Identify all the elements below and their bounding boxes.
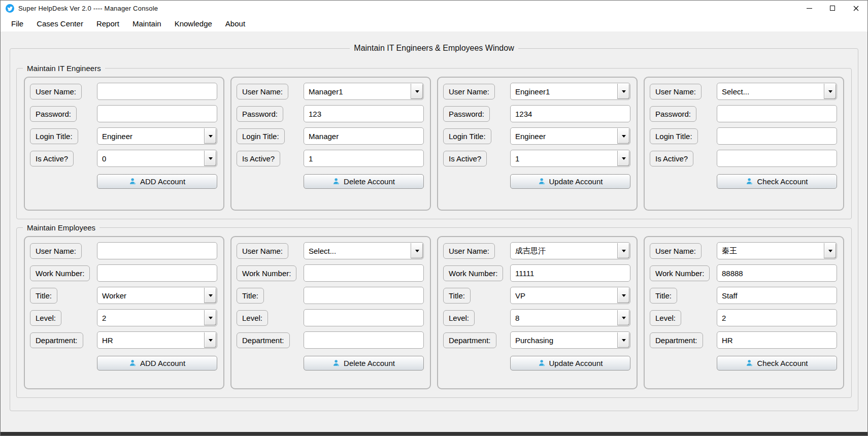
username-label: User Name:: [443, 84, 495, 99]
menu-file[interactable]: File: [5, 17, 30, 30]
engineers-delete-is-active-input[interactable]: [304, 150, 424, 167]
engineers-check-is-active-input[interactable]: [717, 150, 837, 167]
person-icon: [538, 359, 546, 367]
engineers-add-password-input[interactable]: [97, 105, 217, 122]
employees-add-title-combobox[interactable]: Worker: [97, 287, 217, 304]
chevron-down-icon[interactable]: [617, 288, 629, 303]
employees-delete-title-input[interactable]: [304, 287, 424, 304]
chevron-down-icon[interactable]: [824, 243, 836, 258]
username-label: User Name:: [237, 243, 288, 259]
menu-about[interactable]: About: [219, 17, 252, 30]
title-label: Title:: [30, 288, 57, 304]
work-number-label: Work Number:: [650, 265, 710, 281]
engineers-update-login-title-combobox[interactable]: Engineer: [510, 127, 630, 145]
maximize-button[interactable]: [821, 1, 844, 16]
employees-add-account-button[interactable]: ADD Account: [97, 356, 217, 371]
employees-check-title-input[interactable]: [717, 287, 837, 304]
employees-update-department-combobox[interactable]: Purchasing: [510, 331, 630, 349]
engineers-update-username-combobox[interactable]: Engineer1: [510, 83, 630, 100]
chevron-down-icon[interactable]: [617, 243, 629, 258]
employees-group-title: Maintain Employees: [23, 223, 99, 232]
chevron-down-icon[interactable]: [204, 332, 216, 348]
engineers-check-login-title-input[interactable]: [717, 127, 837, 145]
employees-delete-account-button[interactable]: Delete Account: [304, 356, 424, 371]
app-window: Super HelpDesk Ver 2.0 ---- Manager Cons…: [0, 0, 868, 436]
engineers-delete-login-title-input[interactable]: [304, 127, 424, 145]
employees-add-username-input[interactable]: [97, 242, 217, 259]
employees-update-level-combobox[interactable]: 8: [510, 309, 630, 326]
employees-add-level-combobox[interactable]: 2: [97, 309, 217, 326]
chevron-down-icon[interactable]: [204, 151, 216, 166]
is-active-label: Is Active?: [30, 151, 74, 166]
chevron-down-icon[interactable]: [617, 310, 629, 325]
work-number-label: Work Number:: [30, 265, 90, 281]
engineers-check-account-button[interactable]: Check Account: [717, 174, 837, 189]
chevron-down-icon[interactable]: [617, 151, 629, 166]
engineers-add-account-button[interactable]: ADD Account: [97, 174, 217, 189]
engineers-update-account-button[interactable]: Update Account: [510, 174, 630, 189]
menu-maintain[interactable]: Maintain: [126, 17, 168, 30]
person-icon: [746, 359, 753, 367]
minimize-icon: [807, 8, 812, 9]
menu-report[interactable]: Report: [90, 17, 126, 30]
employees-delete-username-combobox[interactable]: Select...: [304, 242, 424, 259]
level-label: Level:: [30, 310, 61, 326]
employees-update-title-combobox[interactable]: VP: [510, 287, 630, 304]
engineers-add-panel: User Name: Password: Login Title: Engine…: [24, 77, 224, 211]
department-label: Department:: [30, 332, 83, 348]
engineers-add-is-active-combobox[interactable]: 0: [97, 150, 217, 167]
menu-cases-center[interactable]: Cases Center: [30, 17, 90, 30]
person-icon: [332, 178, 340, 185]
title-bar: Super HelpDesk Ver 2.0 ---- Manager Cons…: [1, 1, 867, 16]
engineers-update-password-input[interactable]: [510, 105, 630, 122]
person-icon: [746, 178, 753, 185]
employees-check-username-combobox[interactable]: 秦王: [717, 242, 837, 259]
employees-delete-work-number-input[interactable]: [304, 264, 424, 282]
engineers-check-password-input[interactable]: [717, 105, 837, 122]
employees-add-work-number-input[interactable]: [97, 264, 217, 282]
title-label: Title:: [443, 288, 471, 304]
page-title: Maintain IT Engineers & Employees Window: [350, 44, 518, 53]
employees-update-username-combobox[interactable]: 成吉思汗: [510, 242, 630, 259]
employees-delete-level-input[interactable]: [304, 309, 424, 326]
chevron-down-icon[interactable]: [617, 128, 629, 144]
employees-add-department-combobox[interactable]: HR: [97, 331, 217, 349]
engineers-delete-password-input[interactable]: [304, 105, 424, 122]
chevron-down-icon[interactable]: [411, 243, 423, 258]
engineers-update-is-active-combobox[interactable]: 1: [510, 150, 630, 167]
chevron-down-icon[interactable]: [204, 128, 216, 144]
is-active-label: Is Active?: [443, 151, 487, 166]
login-title-label: Login Title:: [237, 128, 285, 144]
chevron-down-icon[interactable]: [411, 84, 423, 99]
menu-knowledge[interactable]: Knowledge: [168, 17, 219, 30]
chevron-down-icon[interactable]: [617, 332, 629, 348]
minimize-button[interactable]: [797, 1, 821, 16]
chevron-down-icon[interactable]: [204, 288, 216, 303]
username-label: User Name:: [237, 84, 288, 99]
employees-check-department-input[interactable]: [717, 331, 837, 349]
close-button[interactable]: [844, 1, 867, 16]
engineers-delete-panel: User Name: Manager1 Password: Login Titl…: [230, 77, 431, 211]
username-label: User Name:: [650, 243, 702, 259]
close-icon: [853, 6, 859, 11]
engineers-check-username-combobox[interactable]: Select...: [717, 83, 837, 100]
employees-check-level-input[interactable]: [717, 309, 837, 326]
chevron-down-icon[interactable]: [204, 310, 216, 325]
employees-check-account-button[interactable]: Check Account: [717, 356, 837, 371]
employees-delete-department-input[interactable]: [304, 331, 424, 349]
app-logo-bird-icon: [6, 4, 14, 13]
engineers-add-login-title-combobox[interactable]: Engineer: [97, 127, 217, 145]
chevron-down-icon[interactable]: [617, 84, 629, 99]
chevron-down-icon[interactable]: [824, 84, 836, 99]
engineers-delete-username-combobox[interactable]: Manager1: [304, 83, 424, 100]
employees-check-work-number-input[interactable]: [717, 264, 837, 282]
employees-update-account-button[interactable]: Update Account: [510, 356, 630, 371]
employees-update-work-number-input[interactable]: [510, 264, 630, 282]
work-number-label: Work Number:: [443, 265, 503, 281]
level-label: Level:: [443, 310, 475, 326]
engineers-delete-account-button[interactable]: Delete Account: [304, 174, 424, 189]
username-label: User Name:: [30, 84, 82, 99]
password-label: Password:: [443, 106, 490, 122]
person-icon: [332, 359, 340, 367]
engineers-add-username-input[interactable]: [97, 83, 217, 100]
